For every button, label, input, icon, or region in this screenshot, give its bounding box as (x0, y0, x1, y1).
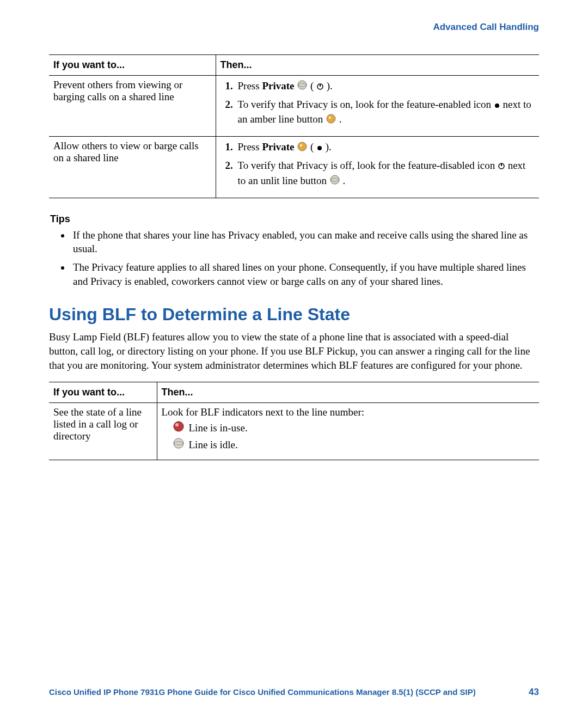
table2-header-right: Then... (157, 382, 539, 403)
section-body: Busy Lamp Field (BLF) features allow you… (49, 330, 539, 372)
private-button-icon (297, 141, 308, 156)
table1-row2-then: Press Private ( ). To verify that Privac… (216, 137, 539, 198)
list-item: If the phone that shares your line has P… (71, 228, 539, 256)
table2-row-then: Look for BLF indicators next to the line… (157, 403, 539, 460)
svg-point-9 (317, 146, 322, 150)
table1-row1-then: Press Private ( ). To verify that Privac… (216, 76, 539, 137)
blf-in-use-icon (173, 420, 185, 435)
table-row: Allow others to view or barge calls on a… (49, 137, 539, 198)
table-row: Prevent others from viewing or barging c… (49, 76, 539, 137)
page-header-right: Advanced Call Handling (49, 22, 539, 33)
svg-point-6 (329, 117, 331, 119)
page-number: 43 (529, 687, 539, 698)
svg-rect-3 (320, 84, 321, 87)
blf-indicator-idle: Line is idle. (173, 437, 535, 452)
section-title: Using BLF to Determine a Line State (49, 304, 539, 325)
svg-point-15 (175, 423, 179, 426)
svg-rect-11 (501, 164, 502, 166)
blf-idle-icon (173, 437, 185, 452)
svg-point-8 (300, 144, 302, 147)
page-footer: Cisco Unified IP Phone 7931G Phone Guide… (49, 687, 539, 698)
private-button-icon (297, 80, 308, 94)
table1-row1-want: Prevent others from viewing or barging c… (49, 76, 216, 137)
svg-point-12 (330, 175, 339, 184)
step: Press Private ( ). (236, 140, 535, 155)
blf-table: If you want to... Then... See the state … (49, 382, 539, 460)
step: To verify that Privacy is on, look for t… (236, 97, 535, 127)
table-row: See the state of a line listed in a call… (49, 403, 539, 460)
privacy-table: If you want to... Then... Prevent others… (49, 54, 539, 198)
document-page: Advanced Call Handling If you want to...… (0, 0, 588, 714)
feature-disabled-icon (498, 160, 505, 174)
tips-heading: Tips (50, 213, 539, 225)
step: Press Private ( ). (236, 79, 535, 94)
privacy-on-small-icon (316, 80, 324, 94)
svg-point-4 (495, 103, 499, 108)
svg-point-16 (174, 438, 183, 448)
svg-point-0 (298, 81, 307, 89)
table2-header-left: If you want to... (49, 382, 157, 403)
blf-indicator-inuse: Line is in-use. (173, 420, 535, 435)
tips-list: If the phone that shares your line has P… (49, 228, 539, 289)
table1-header-left: If you want to... (49, 55, 216, 76)
table1-row2-want: Allow others to view or barge calls on a… (49, 137, 216, 198)
svg-point-5 (327, 114, 335, 123)
feature-enabled-icon (494, 99, 500, 113)
svg-point-7 (298, 142, 307, 151)
amber-line-button-icon (326, 113, 336, 128)
svg-point-14 (174, 422, 183, 431)
step: To verify that Privacy is off, look for … (236, 158, 535, 188)
footer-title: Cisco Unified IP Phone 7931G Phone Guide… (49, 687, 476, 697)
table2-row-want: See the state of a line listed in a call… (49, 403, 157, 460)
privacy-off-small-icon (316, 141, 323, 155)
blf-intro: Look for BLF indicators next to the line… (162, 406, 535, 418)
table1-header-right: Then... (216, 55, 539, 76)
unlit-line-button-icon (329, 174, 340, 189)
list-item: The Privacy feature applies to all share… (71, 260, 539, 288)
